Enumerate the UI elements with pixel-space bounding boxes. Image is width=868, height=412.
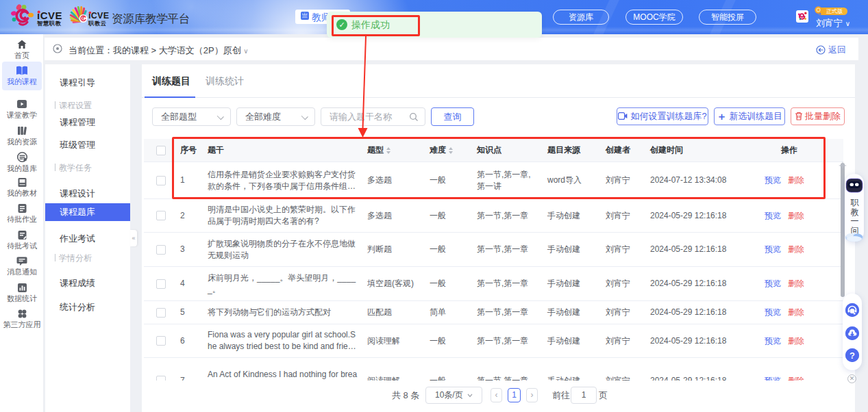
svg-text:?: ? [850, 350, 855, 361]
svg-text:职教云: 职教云 [88, 20, 107, 27]
svg-text:智慧职教: 智慧职教 [36, 20, 62, 27]
